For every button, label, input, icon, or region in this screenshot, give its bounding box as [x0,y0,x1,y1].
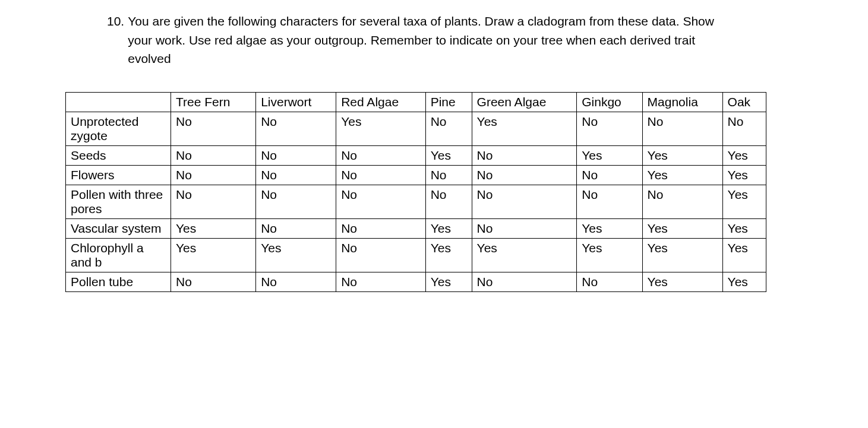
row-label: Pollen tube [66,272,171,291]
cell: No [425,112,472,145]
table-header-row: Tree Fern Liverwort Red Algae Pine Green… [66,92,766,112]
cell: No [256,145,336,165]
cell: Yes [722,218,766,238]
cell: No [472,272,577,291]
cell: No [722,112,766,145]
cell: No [577,272,642,291]
col-header: Oak [722,92,766,112]
cell: Yes [336,112,425,145]
cell: No [472,218,577,238]
row-label: Unprotected zygote [66,112,171,145]
cell: Yes [642,272,722,291]
question-number: 10. [107,12,128,68]
cell: Yes [425,145,472,165]
cell: Yes [472,112,577,145]
cell: Yes [171,238,256,272]
col-header: Ginkgo [577,92,642,112]
col-header: Pine [425,92,472,112]
cell: No [336,272,425,291]
cell: Yes [642,238,722,272]
row-label: Chlorophyll a and b [66,238,171,272]
cell: No [171,145,256,165]
cell: No [336,165,425,185]
cell: No [171,272,256,291]
cell: No [336,238,425,272]
cell: No [577,185,642,218]
col-header: Liverwort [256,92,336,112]
cell: No [256,185,336,218]
cell: No [171,165,256,185]
cell: No [577,112,642,145]
table-row: Chlorophyll a and b Yes Yes No Yes Yes Y… [66,238,766,272]
col-header: Green Algae [472,92,577,112]
cell: No [336,218,425,238]
cell: Yes [642,145,722,165]
cell: No [256,165,336,185]
cell: Yes [722,238,766,272]
cell: Yes [577,145,642,165]
cell: Yes [425,218,472,238]
cell: Yes [171,218,256,238]
table-row: Seeds No No No Yes No Yes Yes Yes [66,145,766,165]
table-row: Vascular system Yes No No Yes No Yes Yes… [66,218,766,238]
table-row: Pollen with three pores No No No No No N… [66,185,766,218]
cell: Yes [722,145,766,165]
row-label: Pollen with three pores [66,185,171,218]
question-text: You are given the following characters f… [128,12,737,68]
character-table: Tree Fern Liverwort Red Algae Pine Green… [65,92,766,292]
col-header: Magnolia [642,92,722,112]
cell: No [336,145,425,165]
cell: Yes [425,272,472,291]
cell: No [642,185,722,218]
cell: No [171,185,256,218]
cell: Yes [642,218,722,238]
row-label: Seeds [66,145,171,165]
table-row: Unprotected zygote No No Yes No Yes No N… [66,112,766,145]
cell: Yes [472,238,577,272]
cell: No [256,272,336,291]
cell: Yes [577,218,642,238]
cell: No [425,165,472,185]
cell: Yes [425,238,472,272]
question-block: 10. You are given the following characte… [107,12,737,68]
cell: No [472,185,577,218]
row-label: Flowers [66,165,171,185]
cell: Yes [722,272,766,291]
cell: No [642,112,722,145]
cell: No [577,165,642,185]
cell: Yes [642,165,722,185]
cell: Yes [256,238,336,272]
cell: No [472,145,577,165]
cell: No [256,112,336,145]
col-header: Tree Fern [171,92,256,112]
cell: No [472,165,577,185]
row-label: Vascular system [66,218,171,238]
cell: No [336,185,425,218]
table-row: Pollen tube No No No Yes No No Yes Yes [66,272,766,291]
cell: No [425,185,472,218]
table-row: Flowers No No No No No No Yes Yes [66,165,766,185]
cell: No [171,112,256,145]
cell: No [256,218,336,238]
cell: Yes [722,185,766,218]
header-blank [66,92,171,112]
cell: Yes [577,238,642,272]
col-header: Red Algae [336,92,425,112]
cell: Yes [722,165,766,185]
